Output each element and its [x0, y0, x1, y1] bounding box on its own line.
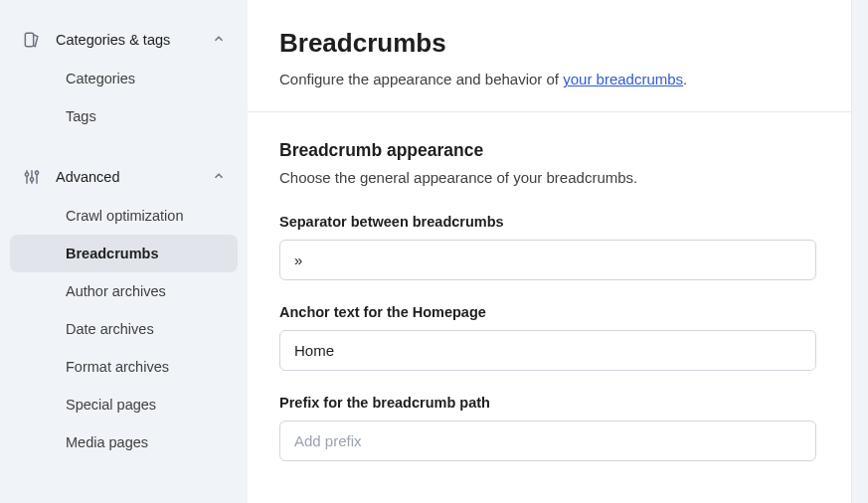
your-breadcrumbs-link[interactable]: your breadcrumbs [563, 71, 683, 87]
appearance-section: Breadcrumb appearance Choose the general… [248, 112, 851, 461]
sidebar-item-label: Format archives [66, 359, 169, 375]
sidebar-item-date-archives[interactable]: Date archives [10, 310, 238, 348]
sidebar-item-tags[interactable]: Tags [10, 97, 238, 135]
chevron-up-icon [212, 169, 226, 186]
right-gutter [852, 0, 868, 503]
section-title: Breadcrumb appearance [279, 140, 819, 161]
sidebar-section-label: Advanced [56, 169, 212, 185]
sidebar-item-special-pages[interactable]: Special pages [10, 386, 238, 423]
subtitle-suffix: . [683, 71, 687, 87]
anchor-label: Anchor text for the Homepage [279, 304, 819, 320]
anchor-group: Anchor text for the Homepage [279, 304, 819, 371]
sidebar-header-categories-tags[interactable]: Categories & tags [0, 20, 248, 60]
separator-group: Separator between breadcrumbs [279, 214, 819, 280]
sidebar-section-advanced: Advanced Crawl optimization Breadcrumbs … [0, 157, 248, 461]
chevron-up-icon [212, 32, 226, 49]
sidebar-item-label: Media pages [66, 434, 148, 450]
sidebar-item-label: Special pages [66, 397, 156, 413]
sidebar-item-label: Date archives [66, 321, 154, 337]
prefix-group: Prefix for the breadcrumb path [279, 395, 819, 461]
main-content: Breadcrumbs Configure the appearance and… [248, 0, 852, 503]
sidebar-item-crawl-optimization[interactable]: Crawl optimization [10, 197, 238, 235]
sidebar-item-author-archives[interactable]: Author archives [10, 272, 238, 310]
prefix-input[interactable] [279, 420, 816, 461]
main-header: Breadcrumbs Configure the appearance and… [248, 0, 851, 112]
svg-rect-0 [25, 33, 33, 46]
separator-input[interactable] [279, 240, 816, 280]
section-subtitle: Choose the general appearance of your br… [279, 169, 819, 186]
subtitle-text: Configure the appearance and behavior of [279, 71, 563, 87]
sidebar-item-label: Tags [66, 108, 96, 124]
svg-point-2 [25, 173, 28, 176]
page-subtitle: Configure the appearance and behavior of… [279, 71, 819, 87]
sidebar-item-categories[interactable]: Categories [10, 60, 238, 97]
tag-icon [22, 30, 42, 50]
svg-point-4 [30, 178, 33, 181]
anchor-input[interactable] [279, 330, 816, 371]
page-title: Breadcrumbs [279, 28, 819, 59]
svg-point-6 [35, 171, 38, 174]
sidebar-item-label: Author archives [66, 283, 166, 299]
sidebar-item-breadcrumbs[interactable]: Breadcrumbs [10, 235, 238, 272]
sidebar-item-label: Crawl optimization [66, 208, 183, 224]
sidebar-item-media-pages[interactable]: Media pages [10, 423, 238, 461]
prefix-label: Prefix for the breadcrumb path [279, 395, 819, 411]
sidebar-item-label: Breadcrumbs [66, 246, 158, 261]
sidebar: Categories & tags Categories Tags [0, 0, 248, 503]
sidebar-item-label: Categories [66, 71, 135, 86]
sidebar-item-format-archives[interactable]: Format archives [10, 348, 238, 386]
sidebar-header-advanced[interactable]: Advanced [0, 157, 248, 197]
sliders-icon [22, 167, 42, 187]
sidebar-section-categories-tags: Categories & tags Categories Tags [0, 20, 248, 135]
sidebar-section-label: Categories & tags [56, 32, 212, 48]
separator-label: Separator between breadcrumbs [279, 214, 819, 230]
